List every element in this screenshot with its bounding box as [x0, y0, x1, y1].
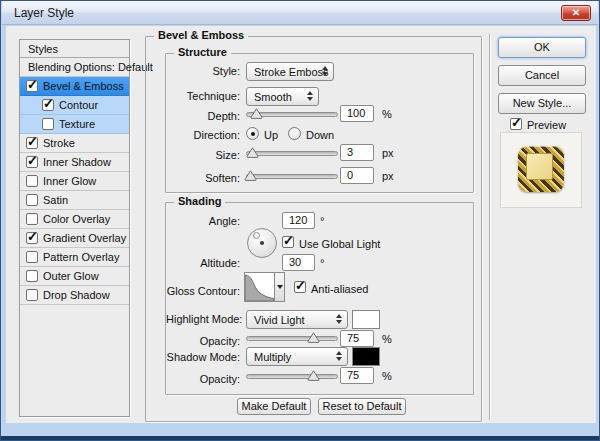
anti-aliased-checkbox[interactable] — [294, 281, 306, 293]
sidebar-item-label: Texture — [59, 118, 95, 130]
shadow-opacity-slider[interactable] — [246, 374, 338, 379]
slider-thumb[interactable] — [307, 370, 320, 381]
sidebar-item-blending-options[interactable]: Blending Options: Default — [20, 58, 129, 77]
reset-to-default-button[interactable]: Reset to Default — [318, 398, 406, 415]
styles-list-header: Styles — [20, 40, 129, 58]
gloss-contour-picker[interactable] — [244, 272, 285, 302]
highlight-color-swatch[interactable] — [352, 310, 380, 329]
soften-input[interactable]: 0 — [340, 167, 374, 184]
sidebar-item-gradient-overlay[interactable]: Gradient Overlay — [20, 229, 129, 248]
checkbox-icon[interactable] — [26, 213, 38, 225]
title-bar[interactable]: Layer Style ✕ — [2, 1, 598, 25]
altitude-unit: ° — [320, 257, 324, 269]
slider-thumb[interactable] — [250, 108, 263, 119]
shadow-mode-dropdown[interactable]: Multiply — [246, 347, 348, 366]
sidebar-item-stroke[interactable]: Stroke — [20, 134, 129, 153]
technique-label: Technique: — [166, 90, 240, 102]
sidebar-item-texture[interactable]: Texture — [20, 115, 129, 134]
window-bottom-edge — [1, 436, 599, 440]
vertical-divider — [489, 34, 490, 420]
technique-value: Smooth — [254, 91, 292, 103]
contour-dropdown-arrow-icon[interactable] — [274, 273, 284, 301]
sidebar-item-bevel-emboss[interactable]: Bevel & Emboss — [20, 77, 129, 96]
sidebar-item-color-overlay[interactable]: Color Overlay — [20, 210, 129, 229]
gloss-contour-label: Gloss Contour: — [166, 285, 240, 297]
close-button[interactable]: ✕ — [561, 5, 591, 21]
checkbox-icon[interactable] — [26, 232, 38, 244]
direction-up-radio[interactable] — [246, 127, 259, 140]
sidebar-item-drop-shadow[interactable]: Drop Shadow — [20, 286, 129, 305]
use-global-light-checkbox[interactable] — [282, 236, 294, 248]
highlight-opacity-unit: % — [382, 333, 392, 345]
checkbox-icon[interactable] — [26, 251, 38, 263]
shadow-opacity-label: Opacity: — [166, 373, 240, 385]
checkbox-icon[interactable] — [42, 118, 54, 130]
shadow-opacity-unit: % — [382, 370, 392, 382]
close-icon: ✕ — [572, 7, 580, 18]
checkbox-icon[interactable] — [26, 270, 38, 282]
highlight-opacity-slider[interactable] — [246, 336, 338, 341]
structure-title: Structure — [174, 46, 231, 58]
soften-unit: px — [382, 170, 394, 182]
checkbox-icon[interactable] — [26, 156, 38, 168]
highlight-opacity-input[interactable]: 75 — [340, 330, 374, 347]
size-slider[interactable] — [246, 151, 338, 156]
preview-label: Preview — [527, 119, 566, 131]
use-global-light-label: Use Global Light — [299, 238, 380, 250]
checkbox-icon[interactable] — [26, 137, 38, 149]
cancel-button[interactable]: Cancel — [498, 65, 586, 86]
spinner-arrows-icon — [322, 66, 328, 76]
sidebar-item-satin[interactable]: Satin — [20, 191, 129, 210]
sidebar-item-contour[interactable]: Contour — [20, 96, 129, 115]
direction-label: Direction: — [166, 129, 240, 141]
angle-marker-icon[interactable] — [253, 232, 260, 239]
depth-input[interactable]: 100 — [340, 105, 374, 122]
soften-slider[interactable] — [246, 174, 338, 179]
style-label: Style: — [166, 65, 240, 77]
altitude-input[interactable]: 30 — [282, 254, 315, 271]
checkbox-icon[interactable] — [42, 99, 54, 111]
sidebar-item-pattern-overlay[interactable]: Pattern Overlay — [20, 248, 129, 267]
layer-style-dialog: Layer Style ✕ Styles Blending Options: D… — [0, 0, 600, 441]
sidebar-item-label: Blending Options: Default — [28, 61, 153, 73]
sidebar-item-label: Inner Glow — [43, 175, 96, 187]
preview-checkbox[interactable] — [510, 118, 522, 130]
shadow-opacity-input[interactable]: 75 — [340, 367, 374, 384]
slider-thumb[interactable] — [244, 170, 257, 181]
angle-dial[interactable] — [247, 228, 277, 258]
direction-down-radio[interactable] — [288, 127, 301, 140]
spinner-arrows-icon — [336, 351, 342, 361]
sidebar-item-inner-shadow[interactable]: Inner Shadow — [20, 153, 129, 172]
depth-label: Depth: — [166, 110, 240, 122]
checkbox-icon[interactable] — [26, 80, 38, 92]
sidebar-item-outer-glow[interactable]: Outer Glow — [20, 267, 129, 286]
checkbox-icon[interactable] — [26, 194, 38, 206]
highlight-mode-value: Vivid Light — [254, 314, 305, 326]
make-default-button[interactable]: Make Default — [237, 398, 311, 415]
technique-dropdown[interactable]: Smooth — [246, 87, 319, 106]
shadow-mode-label: Shadow Mode: — [166, 351, 240, 363]
angle-input[interactable]: 120 — [282, 212, 315, 229]
size-input[interactable]: 3 — [340, 144, 374, 161]
checkbox-icon[interactable] — [26, 289, 38, 301]
new-style-button[interactable]: New Style... — [498, 93, 586, 114]
structure-group: Structure Style: Stroke Emboss Technique… — [165, 53, 474, 193]
sidebar-item-inner-glow[interactable]: Inner Glow — [20, 172, 129, 191]
slider-thumb[interactable] — [307, 332, 320, 343]
size-unit: px — [382, 147, 394, 159]
sidebar-item-label: Contour — [59, 99, 98, 111]
soften-label: Soften: — [166, 172, 240, 184]
style-dropdown[interactable]: Stroke Emboss — [246, 62, 334, 81]
sidebar-item-label: Satin — [43, 194, 68, 206]
slider-thumb[interactable] — [246, 147, 259, 158]
highlight-mode-dropdown[interactable]: Vivid Light — [246, 310, 348, 329]
group-title: Bevel & Emboss — [154, 29, 248, 41]
shadow-mode-value: Multiply — [254, 351, 291, 363]
checkbox-icon[interactable] — [26, 175, 38, 187]
angle-center-dot-icon — [260, 241, 264, 245]
angle-label: Angle: — [166, 215, 240, 227]
depth-slider[interactable] — [246, 112, 338, 117]
preview-panel — [500, 132, 582, 208]
shadow-color-swatch[interactable] — [352, 347, 380, 366]
ok-button[interactable]: OK — [498, 37, 586, 58]
